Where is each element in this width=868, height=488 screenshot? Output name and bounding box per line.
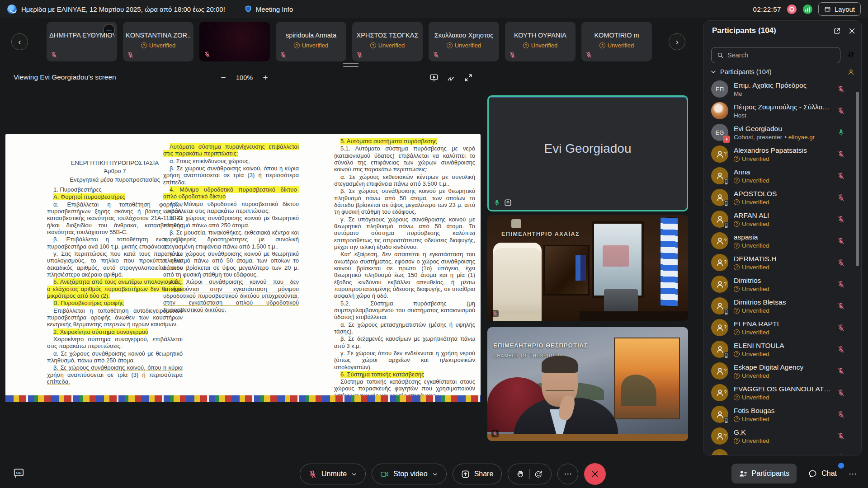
filmstrip-next-button[interactable]: › xyxy=(669,33,685,50)
participant-row[interactable]: ΕΠ Επιμ. Αχαϊας Πρόεδρος Me xyxy=(704,78,861,100)
avatar: ? xyxy=(711,145,728,163)
filmstrip-tile[interactable]: ⋯ ΔΗΜΗΤΡΑ ΕΥΘΥΜΙΟΥ xyxy=(47,22,117,61)
participant-row[interactable]: ? Eskape Digital Agency ? Unverified xyxy=(704,360,861,382)
filmstrip-prev-button[interactable]: ‹ xyxy=(11,33,28,50)
mic-muted-icon[interactable] xyxy=(837,216,845,223)
thesprotia-video-frame: ΕΠΙΜΕΛΗΤΗΡΙΟ ΘΕΣΠΡΩΤΙΑΣ CHAMBER OF THESP… xyxy=(487,327,688,441)
meeting-info-button[interactable]: Meeting Info xyxy=(244,5,293,13)
mic-muted-icon[interactable] xyxy=(837,389,845,397)
chevron-down-icon[interactable] xyxy=(351,471,357,477)
connection-quality-icon[interactable] xyxy=(802,4,813,14)
mic-muted-icon[interactable] xyxy=(837,107,845,115)
annotate-icon[interactable] xyxy=(447,73,456,82)
unmute-button[interactable]: Unmute xyxy=(300,464,366,484)
share-button[interactable]: Share xyxy=(453,464,502,484)
chat-toggle-button[interactable]: Chat xyxy=(806,464,840,483)
participant-row[interactable]: ? Dimitrios ? Unverified xyxy=(704,273,861,295)
participant-row[interactable]: Dimitrios Bletsas ? Unverified xyxy=(704,295,861,317)
phone-device-badge xyxy=(722,221,730,230)
mic-muted-icon xyxy=(509,52,516,58)
filmstrip-tile[interactable]: spiridoula Armata ? Unverified xyxy=(276,22,346,61)
mic-muted-icon[interactable] xyxy=(837,302,845,310)
participant-row[interactable]: EG Evi Georgiadou Cohost, presenter xyxy=(704,122,861,143)
mic-muted-icon[interactable] xyxy=(837,172,845,180)
mic-on-icon xyxy=(493,199,500,206)
active-speaker-tile[interactable]: Evi Georgiadou xyxy=(487,95,688,211)
video-tile-chamber-achaia[interactable]: ΕΠΙΜΕΛΗΤΗΡΙΟ ΑΧΑΪΑΣ xyxy=(487,215,688,321)
participant-row[interactable]: ? G.K ? Unverified xyxy=(704,425,861,447)
chevron-down-icon[interactable] xyxy=(432,471,438,477)
view-on-device-icon[interactable] xyxy=(429,73,439,82)
participant-search[interactable] xyxy=(711,47,840,63)
mic-muted-icon[interactable] xyxy=(837,194,845,202)
filmstrip-tile[interactable] xyxy=(199,22,270,61)
participants-section-header[interactable]: Participants (104) xyxy=(710,66,855,78)
mic-muted-icon[interactable] xyxy=(837,150,845,158)
document-paragraph: α. Επιβάλλεται η τοποθέτηση φορητών πυρο… xyxy=(47,201,183,236)
participant-row[interactable]: Anna ? Unverified xyxy=(704,165,861,187)
layout-button[interactable]: Layout xyxy=(818,2,861,16)
stop-video-button[interactable]: Stop video xyxy=(372,464,447,484)
document-paragraph: α. Στους επικίνδυνους χώρους. xyxy=(163,158,299,164)
mic-muted-icon[interactable] xyxy=(837,454,845,455)
zoom-out-button[interactable]: − xyxy=(218,72,229,83)
document-paragraph: 4. Μόνιμο υδροδοτικό πυροσβεστικό δίκτυο… xyxy=(163,186,299,200)
mic-muted-icon[interactable] xyxy=(837,411,845,418)
search-input[interactable] xyxy=(727,52,835,59)
participants-icon xyxy=(739,469,747,478)
avatar-photo xyxy=(711,102,728,119)
participant-text: Πέτρος Ζουμπούλης - Σύλλογο... Host xyxy=(734,103,831,119)
unverified-badge: ? Unverified xyxy=(734,155,769,162)
participant-row[interactable]: ELENI NTOULA ? Unverified xyxy=(704,338,861,360)
popout-panel-icon[interactable] xyxy=(833,27,841,35)
fullscreen-icon[interactable] xyxy=(464,73,473,82)
panel-toggles: Participants Chat ⋯ xyxy=(731,464,858,483)
filmstrip-tile[interactable]: ΧΡΗΣΤΟΣ ΤΣΟΓΚΑΣ ? Unverified xyxy=(352,22,423,61)
sharing-badge xyxy=(723,136,730,143)
leave-meeting-button[interactable] xyxy=(584,463,606,485)
avatar xyxy=(711,211,728,228)
mic-muted-icon[interactable] xyxy=(837,259,845,267)
filmstrip-tile[interactable]: KONSTANTINA ZOR... ? Unverified xyxy=(123,22,193,61)
zoom-in-button[interactable]: + xyxy=(260,72,271,83)
participant-row[interactable]: ? EVAGGELOS GIANNOULATOS ? Unverified xyxy=(704,382,861,404)
panel-scrollbar[interactable] xyxy=(856,92,859,266)
participants-toggle-button[interactable]: Participants xyxy=(731,464,797,483)
reactions-smiley-icon[interactable] xyxy=(534,470,543,479)
document-paragraph: α. Σε χώρους μετασχηματιστών (μέσης ή υψ… xyxy=(334,321,475,335)
mic-muted-icon[interactable] xyxy=(837,281,845,288)
participants-list: ΕΠ Επιμ. Αχαϊας Πρόεδρος Me xyxy=(704,78,861,455)
participant-row[interactable]: Πέτρος Ζουμπούλης - Σύλλογο... Host xyxy=(704,100,861,122)
mic-muted-icon[interactable] xyxy=(837,346,845,353)
filmstrip-tile[interactable]: KOMOTIRIO m ? Unverified xyxy=(581,22,652,61)
filmstrip-tile[interactable]: ΚΟΥΤΗ ΟΥΡΑΝΙΑ ? Unverified xyxy=(505,22,576,61)
recording-indicator-icon[interactable] xyxy=(787,4,797,14)
tile-participant-name: ΚΟΥΤΗ ΟΥΡΑΝΙΑ xyxy=(508,32,573,39)
participant-row[interactable]: ARFAN ALI ? Unverified xyxy=(704,208,861,230)
closed-captions-button[interactable] xyxy=(12,467,25,480)
participant-row[interactable]: ? DERMATIS.H ? Unverified xyxy=(704,252,861,273)
filmstrip-resize-handle[interactable] xyxy=(343,63,359,69)
more-options-button[interactable]: ⋯ xyxy=(557,464,578,484)
sort-participants-button[interactable] xyxy=(846,50,856,60)
more-panels-button[interactable]: ⋯ xyxy=(849,469,858,479)
participant-row[interactable]: ? GEORGE xyxy=(704,447,861,455)
participant-text: G.K ? Unverified xyxy=(734,428,769,444)
mic-muted-icon[interactable] xyxy=(837,237,845,245)
raise-hand-icon[interactable] xyxy=(516,470,525,479)
participant-row[interactable]: ? aspasia ? Unverified xyxy=(704,230,861,252)
close-panel-icon[interactable] xyxy=(848,27,856,35)
webex-meeting-window: Ημερίδα με ΕΛΙΝΥΑΕ, 12 Μαρτίου 2025, ώρα… xyxy=(0,0,868,488)
video-tile-chamber-thesprotia[interactable]: ΕΠΙΜΕΛΗΤΗΡΙΟ ΘΕΣΠΡΩΤΙΑΣ CHAMBER OF THESP… xyxy=(487,327,688,441)
participant-row[interactable]: Fotis Bougas ? Unverified xyxy=(704,404,861,425)
mic-on-icon[interactable] xyxy=(837,129,845,136)
mic-muted-icon[interactable] xyxy=(837,85,845,93)
participant-row[interactable]: ? Alexandros Papatsatsis ? Unverified xyxy=(704,143,861,165)
participant-row[interactable]: APOSTOLOS ? Unverified xyxy=(704,187,861,208)
tile-labels: KONSTANTINA ZOR... ? Unverified xyxy=(126,32,191,49)
mic-muted-icon[interactable] xyxy=(837,432,845,440)
mic-muted-icon[interactable] xyxy=(837,324,845,332)
filmstrip-tile[interactable]: Σκυλλακοσ Χρηστος ? Unverified xyxy=(429,22,499,61)
mic-muted-icon[interactable] xyxy=(837,367,845,375)
participant-row[interactable]: ? ELENA RAPTI ? Unverified xyxy=(704,317,861,338)
